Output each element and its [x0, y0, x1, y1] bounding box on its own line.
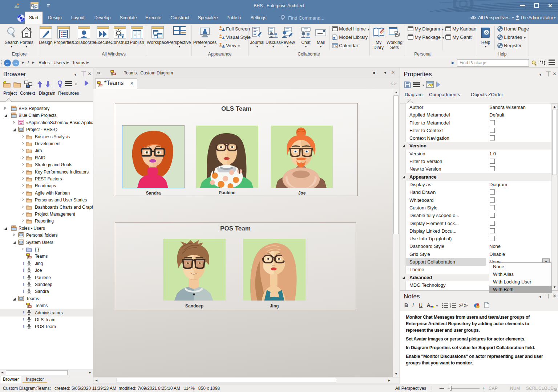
svg-text:3: 3	[450, 307, 451, 309]
